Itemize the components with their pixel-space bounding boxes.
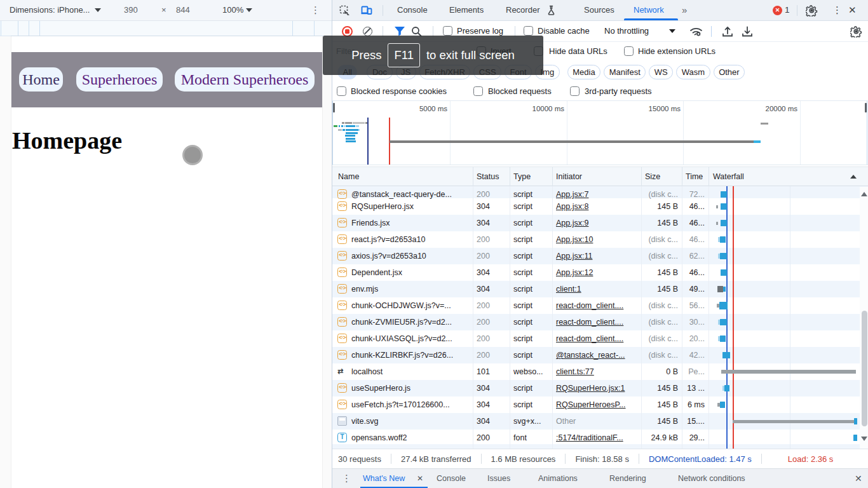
network-request-row[interactable]: <·>chunk-UXIASGQL.js?v=d2...200scriptrea… — [332, 330, 868, 347]
drawer-tab-animations[interactable]: Animations — [538, 469, 578, 488]
device-width-input[interactable]: 390 — [124, 0, 138, 20]
request-type: script — [513, 396, 552, 413]
request-initiator: App.jsx:11 — [556, 248, 640, 264]
tab-console[interactable]: Console — [397, 0, 428, 20]
network-conditions-icon[interactable] — [689, 26, 704, 37]
network-request-row[interactable]: <·>useFetch.js?t=170126600...304scriptRQ… — [332, 396, 868, 413]
throttling-select[interactable]: No throttling — [604, 21, 649, 41]
network-request-row[interactable]: <·>chunk-ZVMIEU5R.js?v=d2...200scriptrea… — [332, 314, 868, 330]
column-header-initiator[interactable]: Initiator — [556, 167, 582, 186]
drawer-tab-network-conditions[interactable]: Network conditions — [678, 469, 745, 488]
more-tabs-button[interactable]: » — [682, 0, 687, 20]
network-request-row[interactable]: <·>useSuperHero.js304scriptRQSuperHero.j… — [332, 380, 868, 396]
script-file-icon: <·> — [337, 334, 347, 343]
touch-cursor — [182, 145, 203, 165]
tab-recorder[interactable]: Recorder — [506, 0, 539, 20]
drawer-tab-issues[interactable]: Issues — [487, 469, 510, 488]
error-count-badge[interactable]: ✕ — [773, 6, 782, 15]
request-status: 304 — [477, 380, 508, 396]
network-table-body: <·>@tanstack_react-query-de...200scriptA… — [332, 186, 868, 449]
filter-pill-media[interactable]: Media — [567, 65, 600, 79]
import-har-icon[interactable] — [722, 26, 733, 37]
drawer-menu-button[interactable]: ⋮ — [342, 469, 351, 488]
column-header-waterfall[interactable]: Waterfall — [713, 167, 744, 186]
preserve-log-checkbox[interactable] — [443, 26, 452, 36]
column-header-time[interactable]: Time — [686, 167, 703, 186]
blocked-response-cookies-checkbox[interactable] — [337, 86, 346, 96]
filter-pill-manifest[interactable]: Manifest — [604, 65, 646, 79]
request-name: chunk-KZLIRBKF.js?v=d26... — [351, 347, 472, 363]
network-request-row[interactable]: <·>react.js?v=d2653a10200scriptApp.jsx:1… — [332, 231, 868, 248]
filter-pill-ws[interactable]: WS — [649, 65, 673, 79]
nav-link-modern-superheroes[interactable]: Modern Superheroes — [175, 67, 315, 92]
column-header-size[interactable]: Size — [645, 167, 660, 186]
filter-pill-other[interactable]: Other — [714, 65, 745, 79]
request-time: 56... — [683, 297, 705, 314]
drawer-close-button[interactable]: ✕ — [855, 469, 862, 488]
network-request-row[interactable]: <·>env.mjs304scriptclient:1145 B49... — [332, 281, 868, 297]
summary-item: DOMContentLoaded: 1.47 s — [649, 454, 752, 464]
request-status: 200 — [477, 231, 508, 248]
filter-toggle-icon[interactable] — [394, 26, 405, 36]
disable-cache-checkbox[interactable] — [524, 26, 533, 36]
waterfall-bar — [720, 236, 726, 243]
column-header-status[interactable]: Status — [477, 167, 499, 186]
export-har-icon[interactable] — [742, 26, 753, 37]
request-size: 145 B — [641, 413, 678, 430]
devtools-menu-button[interactable]: ⋮ — [832, 0, 842, 20]
request-time: 46... — [683, 264, 705, 281]
hide-extension-urls-checkbox[interactable] — [624, 46, 634, 56]
network-request-row[interactable]: vite.svg304svg+x...Other145 B15.... — [332, 413, 868, 430]
nav-link-superheroes[interactable]: Superheroes — [76, 67, 163, 92]
device-height-input[interactable]: 844 — [176, 0, 190, 20]
inspect-element-icon[interactable] — [339, 5, 350, 16]
column-header-name[interactable]: Name — [338, 167, 359, 186]
network-request-row[interactable]: ⇄localhost101webso...client.ts:770 BPe..… — [332, 363, 868, 380]
request-initiator: react-dom_client.... — [556, 297, 640, 314]
waterfall-bar — [721, 203, 727, 210]
tab-sources[interactable]: Sources — [584, 0, 614, 20]
active-tab-underline — [624, 18, 678, 20]
network-request-row[interactable]: <·>axios.js?v=d2653a10200scriptApp.jsx:1… — [332, 248, 868, 264]
toggle-device-toolbar-icon[interactable] — [361, 5, 372, 16]
network-settings-gear-icon[interactable] — [850, 25, 862, 37]
network-request-row[interactable]: <·>RQSuperHero.jsx304scriptApp.jsx:8145 … — [332, 198, 868, 215]
device-zoom-select[interactable]: 100% — [222, 0, 252, 20]
device-toolbar-menu-button[interactable]: ⋮ — [311, 0, 320, 20]
waterfall-sort-icon[interactable] — [850, 175, 857, 179]
table-scrollbar[interactable] — [860, 187, 868, 449]
clear-network-log-button[interactable] — [363, 27, 372, 36]
blocked-requests-checkbox[interactable] — [473, 86, 483, 96]
scrollbar-up-arrow[interactable] — [861, 192, 867, 196]
network-request-row[interactable]: Topensans.woff2200font:5174/traditionalF… — [332, 430, 868, 446]
devtools-close-button[interactable]: ✕ — [848, 0, 857, 20]
network-request-row[interactable]: <·>chunk-KZLIRBKF.js?v=d26...200script@t… — [332, 347, 868, 363]
tab-network[interactable]: Network — [634, 0, 664, 20]
drawer-tab-close-icon[interactable]: ✕ — [417, 469, 423, 488]
network-overview-timeline[interactable]: 5000 ms 10000 ms 15000 ms 20000 ms — [332, 101, 868, 165]
column-header-type[interactable]: Type — [513, 167, 531, 186]
filter-pill-wasm[interactable]: Wasm — [676, 65, 710, 79]
request-name: RQSuperHero.jsx — [351, 198, 472, 215]
network-request-row[interactable]: <·>@tanstack_react-query-de...200scriptA… — [332, 186, 868, 198]
devtools-tabbar: Console Elements Recorder Sources Networ… — [332, 0, 868, 21]
overview-left-handle[interactable] — [333, 103, 335, 112]
request-name: chunk-UXIASGQL.js?v=d2... — [351, 330, 472, 347]
overview-right-handle[interactable] — [865, 103, 867, 112]
nav-link-home[interactable]: Home — [19, 67, 63, 92]
network-request-row[interactable]: <·>Dependent.jsx304scriptApp.jsx:12145 B… — [332, 264, 868, 281]
third-party-requests-checkbox[interactable] — [570, 86, 580, 96]
script-file-icon: <·> — [337, 400, 347, 409]
settings-gear-icon[interactable] — [806, 4, 818, 17]
drawer-tab-whats-new[interactable]: What's New — [363, 469, 405, 488]
network-request-row[interactable]: <·>chunk-OCHDJWGW.js?v=...200scriptreact… — [332, 297, 868, 314]
network-request-row[interactable]: <·>Friends.jsx304scriptApp.jsx:9145 B46.… — [332, 215, 868, 231]
tab-elements[interactable]: Elements — [449, 0, 484, 20]
drawer-tab-rendering[interactable]: Rendering — [609, 469, 646, 488]
drawer-tab-console[interactable]: Console — [437, 469, 466, 488]
request-status: 304 — [477, 281, 508, 297]
device-dimensions-select[interactable]: Dimensions: iPhone... — [10, 0, 101, 20]
scrollbar-thumb[interactable] — [862, 311, 867, 426]
request-status: 101 — [477, 363, 508, 380]
scrollbar-down-arrow[interactable] — [861, 437, 867, 441]
